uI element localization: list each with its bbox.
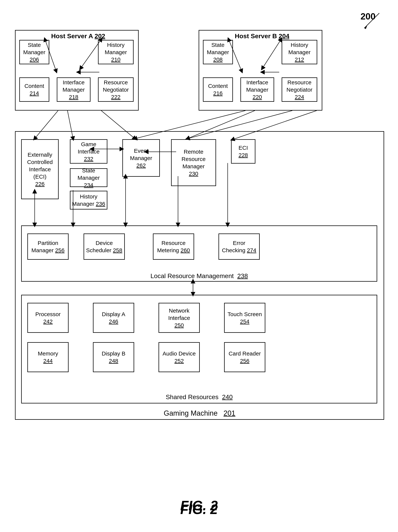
- state-manager-234: State Manager234: [70, 168, 107, 187]
- eci-226: Externally Controlled Interface (ECI)226: [21, 139, 59, 199]
- host-server-b-label: Host Server B 204: [235, 32, 289, 40]
- display-b-248: Display B248: [93, 342, 134, 372]
- gaming-machine-container: Gaming Machine 201 Externally Controlled…: [15, 131, 384, 420]
- page-container: 200 Host Server A 202 State Manager206 C…: [0, 0, 398, 532]
- local-resource-mgmt-container: Local Resource Management 238 Partition …: [21, 225, 377, 282]
- host-server-a-container: Host Server A 202 State Manager206 Conte…: [15, 30, 139, 111]
- local-resource-mgmt-label: Local Resource Management 238: [151, 272, 248, 279]
- history-manager-236: History Manager 236: [70, 191, 107, 209]
- error-checking-274: Error Checking 274: [219, 234, 260, 260]
- network-interface-250: Network Interface250: [158, 303, 200, 333]
- remote-resource-manager-230: Remote Resource Manager230: [171, 139, 216, 186]
- svg-marker-1: [364, 26, 367, 29]
- host-server-b-container: Host Server B 204 State Manager208 Conte…: [199, 30, 322, 111]
- resource-negotiator-224: Resource Negotiator224: [282, 77, 317, 102]
- resource-negotiator-222: Resource Negotiator222: [98, 77, 134, 102]
- ref-200: 200: [360, 11, 375, 22]
- history-manager-212: History Manager212: [282, 40, 317, 64]
- content-216: Content216: [203, 77, 233, 102]
- interface-manager-220: Interface Manager220: [240, 77, 274, 102]
- host-server-a-label: Host Server A 202: [51, 32, 105, 40]
- eci-228: ECI228: [231, 139, 255, 164]
- content-214: Content214: [19, 77, 49, 102]
- state-manager-208: State Manager208: [203, 40, 233, 64]
- resource-metering-260: Resource Metering 260: [153, 234, 194, 260]
- card-reader-256: Card Reader256: [224, 342, 265, 372]
- event-manager-262: Event Manager262: [122, 139, 160, 177]
- state-manager-206: State Manager206: [19, 40, 49, 64]
- history-manager-210: History Manager210: [98, 40, 134, 64]
- game-interface-232: Game Interface232: [70, 139, 107, 164]
- partition-manager-256: Partition Manager 256: [27, 234, 69, 260]
- interface-manager-218: Interface Manager218: [57, 77, 90, 102]
- gaming-machine-label: Gaming Machine 201: [164, 409, 235, 417]
- touch-screen-254: Touch Screen254: [224, 303, 265, 333]
- display-a-246: Display A246: [93, 303, 134, 333]
- shared-resources-label: Shared Resources 240: [166, 393, 233, 401]
- device-scheduler-258: Device Scheduler 258: [84, 234, 125, 260]
- ref-200-group: 200: [360, 11, 375, 22]
- fig-2-label: FIG. 2: [180, 498, 218, 513]
- audio-device-252: Audio Device252: [158, 342, 200, 372]
- processor-242: Processor242: [27, 303, 69, 333]
- memory-244: Memory244: [27, 342, 69, 372]
- shared-resources-container: Shared Resources 240 Processor242 Displa…: [21, 295, 377, 404]
